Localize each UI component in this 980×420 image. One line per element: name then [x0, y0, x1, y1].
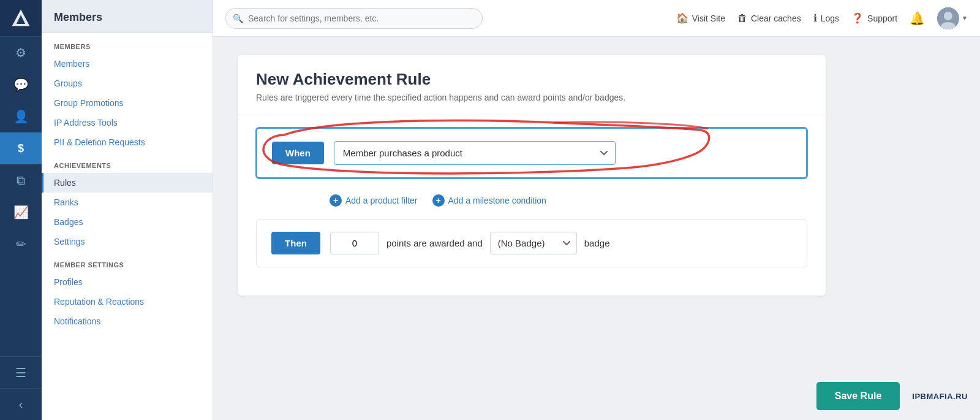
- sidebar-title: Members: [54, 11, 200, 24]
- sidebar-item-groups[interactable]: Groups: [42, 74, 213, 93]
- visit-site-label: Visit Site: [692, 13, 725, 23]
- section-label-members: MEMBERS: [42, 33, 213, 54]
- when-select[interactable]: Member purchases a product Member posts …: [334, 141, 616, 165]
- menu-icon[interactable]: ☰: [0, 356, 42, 388]
- svg-point-3: [944, 12, 952, 20]
- app-logo[interactable]: [0, 0, 42, 37]
- then-button[interactable]: Then: [271, 232, 320, 254]
- search-box: 🔍: [225, 8, 483, 29]
- plus-icon: +: [330, 194, 342, 207]
- house-icon: 🏠: [676, 12, 688, 24]
- icon-bar-bottom: ☰ ‹: [0, 356, 42, 420]
- add-milestone-label: Add a milestone condition: [448, 196, 546, 205]
- section-label-member-settings: MEMBER SETTINGS: [42, 251, 213, 272]
- user-avatar: [937, 7, 959, 29]
- info-icon: ℹ: [813, 12, 817, 24]
- support-action[interactable]: ❓ Support: [851, 12, 897, 24]
- sidebar-item-ranks[interactable]: Ranks: [42, 193, 213, 212]
- search-icon: 🔍: [233, 13, 243, 23]
- sidebar-item-reputation[interactable]: Reputation & Reactions: [42, 292, 213, 311]
- add-milestone-condition-link[interactable]: + Add a milestone condition: [432, 194, 546, 207]
- filter-links: + Add a product filter + Add a milestone…: [256, 188, 807, 209]
- when-wrapper: When Member purchases a product Member p…: [256, 128, 807, 178]
- clear-caches-action[interactable]: 🗑 Clear caches: [737, 13, 801, 24]
- chevron-down-icon: ▼: [962, 15, 968, 21]
- question-icon: ❓: [851, 12, 864, 24]
- sidebar-item-profiles[interactable]: Profiles: [42, 272, 213, 292]
- sidebar: Members MEMBERS Members Groups Group Pro…: [42, 0, 213, 420]
- gear-nav-icon[interactable]: ⚙: [0, 37, 42, 69]
- logs-action[interactable]: ℹ Logs: [813, 12, 839, 24]
- trash-icon: 🗑: [737, 13, 747, 24]
- card-body: When Member purchases a product Member p…: [238, 115, 826, 296]
- chart-nav-icon[interactable]: 📈: [0, 196, 42, 228]
- logs-label: Logs: [821, 13, 839, 23]
- then-section: Then points are awarded and (No Badge) G…: [256, 219, 807, 267]
- user-avatar-wrap[interactable]: ▼: [937, 7, 968, 29]
- main-area: 🔍 🏠 Visit Site 🗑 Clear caches ℹ Logs ❓ S…: [213, 0, 980, 420]
- collapse-icon[interactable]: ‹: [0, 388, 42, 420]
- sidebar-item-rules[interactable]: Rules: [42, 173, 213, 193]
- plus-milestone-icon: +: [432, 194, 445, 207]
- add-product-filter-label: Add a product filter: [345, 196, 418, 205]
- chat-nav-icon[interactable]: 💬: [0, 69, 42, 101]
- add-product-filter-link[interactable]: + Add a product filter: [330, 194, 418, 207]
- page-title: New Achievement Rule: [256, 70, 807, 89]
- sidebar-item-badges[interactable]: Badges: [42, 212, 213, 232]
- badge-suffix: badge: [584, 238, 610, 248]
- page-subtitle: Rules are triggered every time the speci…: [256, 93, 807, 102]
- page-card: New Achievement Rule Rules are triggered…: [238, 55, 826, 296]
- badge-select[interactable]: (No Badge) Gold Badge Silver Badge Bronz…: [490, 232, 577, 254]
- clear-caches-label: Clear caches: [751, 13, 801, 23]
- when-button[interactable]: When: [272, 142, 324, 164]
- user-nav-icon[interactable]: 👤: [0, 101, 42, 132]
- support-label: Support: [867, 13, 897, 23]
- sidebar-header: Members: [42, 0, 213, 33]
- sidebar-item-settings[interactable]: Settings: [42, 232, 213, 251]
- copy-nav-icon[interactable]: ⧉: [0, 164, 42, 196]
- points-input[interactable]: [330, 232, 379, 254]
- card-header: New Achievement Rule Rules are triggered…: [238, 55, 826, 115]
- sidebar-item-group-promotions[interactable]: Group Promotions: [42, 93, 213, 113]
- search-input[interactable]: [225, 8, 483, 29]
- save-rule-button[interactable]: Save Rule: [816, 382, 900, 410]
- brush-nav-icon[interactable]: ✏: [0, 228, 42, 260]
- watermark: IPBMAFIA.RU: [912, 392, 968, 401]
- icon-bar: ⚙ 💬 👤 $ ⧉ 📈 ✏ ☰ ‹: [0, 0, 42, 420]
- sidebar-item-members[interactable]: Members: [42, 54, 213, 74]
- content-area: New Achievement Rule Rules are triggered…: [213, 37, 980, 420]
- topbar-actions: 🏠 Visit Site 🗑 Clear caches ℹ Logs ❓ Sup…: [676, 7, 968, 29]
- dollar-nav-icon[interactable]: $: [0, 132, 42, 164]
- notification-bell-icon[interactable]: 🔔: [910, 11, 925, 26]
- bottom-bar: Save Rule IPBMAFIA.RU: [804, 372, 980, 420]
- visit-site-action[interactable]: 🏠 Visit Site: [676, 12, 725, 24]
- sidebar-item-notifications[interactable]: Notifications: [42, 311, 213, 331]
- then-content: points are awarded and (No Badge) Gold B…: [330, 232, 610, 254]
- topbar: 🔍 🏠 Visit Site 🗑 Clear caches ℹ Logs ❓ S…: [213, 0, 980, 37]
- when-section: When Member purchases a product Member p…: [256, 128, 807, 178]
- sidebar-item-ip-tools[interactable]: IP Address Tools: [42, 113, 213, 132]
- points-text: points are awarded and: [386, 238, 483, 248]
- sidebar-item-pii[interactable]: PII & Deletion Requests: [42, 132, 213, 152]
- section-label-achievements: ACHIEVEMENTS: [42, 152, 213, 173]
